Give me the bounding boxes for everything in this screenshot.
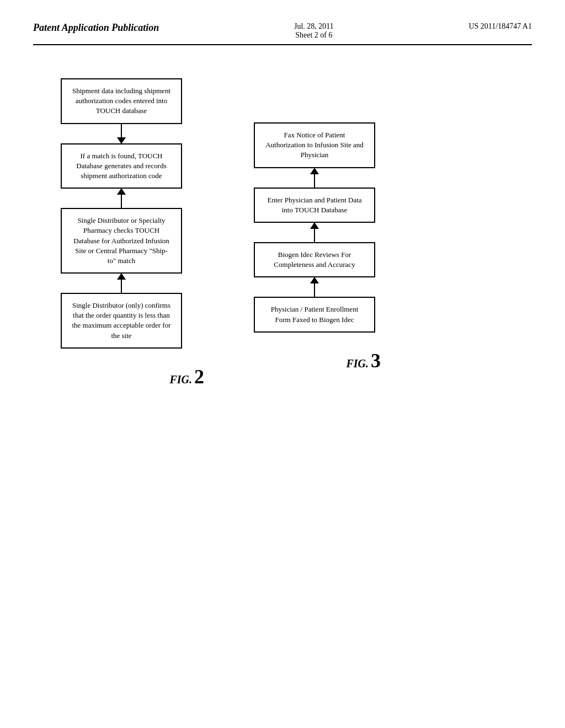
fig3-box2: Enter Physician and Patient Data into TO… (254, 188, 375, 223)
fig2-box2: If a match is found, TOUCH Database gene… (61, 143, 182, 189)
fig2-box3: Single Distributor or Specialty Pharmacy… (61, 208, 182, 274)
fig3-arrow1 (314, 168, 315, 188)
fig2-arrow3 (121, 274, 122, 293)
fig3-box1: Fax Notice of Patient Authorization to I… (254, 122, 375, 168)
fig2-box1: Shipment data including shipment authori… (61, 78, 182, 124)
publication-title: Patent Application Publication (33, 22, 159, 34)
header-center: Jul. 28, 2011 Sheet 2 of 6 (294, 22, 334, 40)
fig2-diagram: Shipment data including shipment authori… (33, 78, 210, 388)
fig3-arrow3 (314, 277, 315, 297)
publication-date: Jul. 28, 2011 (294, 22, 334, 31)
fig3-label: FIG. 3 (346, 349, 381, 372)
patent-number: US 2011/184747 A1 (468, 22, 532, 31)
fig3-box3: Biogen Idec Reviews For Completeness and… (254, 242, 375, 277)
fig3-diagram: Fax Notice of Patient Authorization to I… (243, 122, 386, 372)
sheet-info: Sheet 2 of 6 (294, 31, 334, 40)
page-header: Patent Application Publication Jul. 28, … (33, 22, 532, 45)
fig2-arrow1 (121, 124, 122, 143)
fig2-box4: Single Distributor (only) confirms that … (61, 293, 182, 349)
diagrams-area: Shipment data including shipment authori… (33, 67, 532, 388)
fig2-label: FIG. 2 (169, 365, 204, 388)
page: Patent Application Publication Jul. 28, … (0, 0, 565, 728)
fig3-box4: Physician / Patient Enrollment Form Faxe… (254, 297, 375, 332)
fig3-arrow2 (314, 223, 315, 242)
fig2-arrow2 (121, 189, 122, 208)
